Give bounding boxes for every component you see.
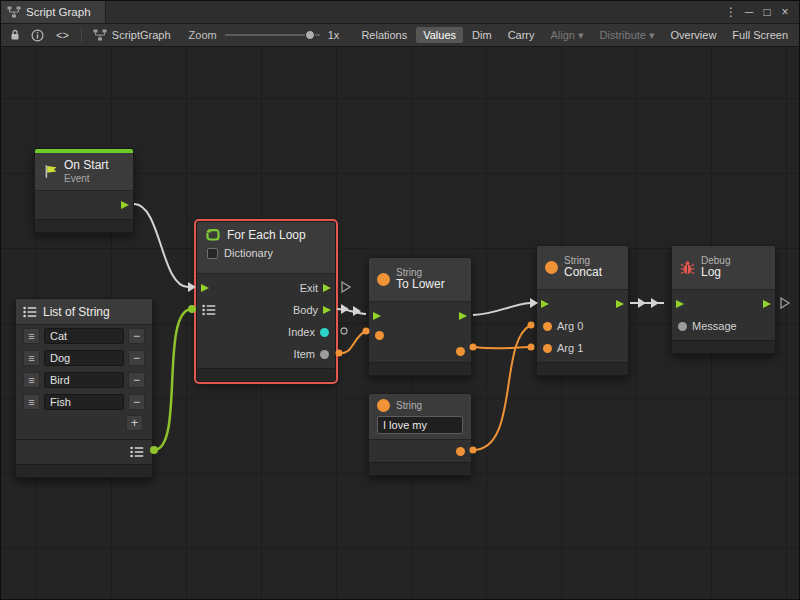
string-icon: [377, 273, 390, 286]
string-input-port[interactable]: [375, 331, 384, 340]
align-label: Align: [551, 29, 575, 41]
collection-input-port[interactable]: [202, 304, 216, 316]
overview-button[interactable]: Overview: [664, 27, 724, 43]
zoom-slider-handle[interactable]: [305, 30, 315, 40]
tab-script-graph[interactable]: Script Graph: [1, 1, 106, 23]
flow-output-port[interactable]: [121, 201, 129, 209]
wire-item-tolower: [337, 331, 366, 353]
arg0-input-port[interactable]: [543, 322, 552, 331]
node-category: String: [396, 400, 422, 411]
port-area: Arg 0 Arg 1: [537, 290, 628, 362]
node-header: String Concat: [537, 246, 628, 290]
node-list-of-string[interactable]: List of String ≡ Cat − ≡ Dog − ≡ Bird − …: [15, 298, 153, 478]
flow-input-port[interactable]: [373, 312, 381, 320]
arg1-input-port[interactable]: [543, 344, 552, 353]
fullscreen-label: Full Screen: [732, 29, 788, 41]
graph-icon: [93, 29, 107, 41]
list-item-field[interactable]: Bird: [44, 372, 124, 388]
node-footer: [16, 464, 152, 477]
zoom-slider[interactable]: [225, 28, 320, 42]
index-unconnected-circle: [341, 328, 347, 334]
list-item-row: ≡ Cat −: [16, 325, 152, 347]
drag-handle-icon[interactable]: ≡: [23, 372, 40, 388]
fullscreen-button[interactable]: Full Screen: [725, 27, 795, 43]
log-out-unconnected-arrow: [781, 298, 789, 308]
node-header: On Start Event: [35, 153, 133, 191]
flow-output-port[interactable]: [459, 312, 467, 320]
tab-title: Script Graph: [26, 6, 91, 18]
remove-item-button[interactable]: −: [128, 372, 145, 388]
index-output-port[interactable]: [320, 328, 329, 337]
node-on-start[interactable]: On Start Event: [34, 148, 134, 233]
node-footer: [537, 362, 628, 375]
node-footer: [672, 340, 775, 353]
lock-icon[interactable]: [5, 26, 25, 44]
node-for-each-loop[interactable]: For Each Loop Dictionary Exit Body: [196, 221, 336, 382]
add-item-button[interactable]: +: [126, 415, 143, 431]
node-header: String: [369, 394, 471, 440]
index-port-label: Index: [288, 326, 315, 338]
minimize-button[interactable]: ─: [740, 2, 758, 22]
close-button[interactable]: ×: [776, 2, 794, 22]
distribute-label: Distribute: [600, 29, 646, 41]
relations-button[interactable]: Relations: [354, 27, 414, 43]
list-item-field[interactable]: Cat: [44, 328, 124, 344]
flow-output-port[interactable]: [616, 300, 624, 308]
align-button[interactable]: Align▾: [544, 27, 591, 44]
node-string-literal[interactable]: String: [368, 393, 472, 476]
message-input-port[interactable]: [678, 322, 687, 331]
remove-item-button[interactable]: −: [128, 394, 145, 410]
carry-button[interactable]: Carry: [501, 27, 542, 43]
string-literal-input[interactable]: [377, 416, 463, 434]
node-title: List of String: [43, 305, 110, 319]
drag-handle-icon[interactable]: ≡: [23, 328, 40, 344]
arg0-port-label: Arg 0: [557, 320, 583, 332]
values-button[interactable]: Values: [416, 27, 463, 43]
window-menu-icon[interactable]: ⋮: [722, 2, 740, 22]
dictionary-checkbox[interactable]: [207, 248, 218, 259]
remove-item-button[interactable]: −: [128, 328, 145, 344]
distribute-button[interactable]: Distribute▾: [593, 27, 662, 44]
overview-label: Overview: [671, 29, 717, 41]
list-item-field[interactable]: Fish: [44, 394, 124, 410]
node-string-to-lower[interactable]: String To Lower: [368, 257, 472, 376]
node-header: String To Lower: [369, 258, 471, 302]
body-output-port[interactable]: [323, 306, 331, 314]
node-debug-log[interactable]: Debug Log Message: [671, 245, 776, 354]
list-add-row: +: [16, 413, 152, 433]
drag-handle-icon[interactable]: ≡: [23, 350, 40, 366]
drag-handle-icon[interactable]: ≡: [23, 394, 40, 410]
flow-input-port[interactable]: [676, 300, 684, 308]
list-output-port[interactable]: [130, 446, 144, 458]
string-output-port[interactable]: [456, 347, 465, 356]
graph-canvas[interactable]: On Start Event For Each Loop: [1, 47, 799, 599]
list-item-field[interactable]: Dog: [44, 350, 124, 366]
wire-arrowhead: [353, 306, 361, 316]
node-header: List of String: [16, 299, 152, 325]
edit-source-button[interactable]: <>: [49, 27, 76, 43]
flow-input-port[interactable]: [201, 284, 209, 292]
flag-icon: [43, 164, 58, 179]
node-header: Debug Log: [672, 246, 775, 290]
node-title: For Each Loop: [227, 228, 306, 242]
wire-body-tolower: [337, 309, 366, 314]
node-footer: [35, 219, 133, 232]
wire-list-foreach: [154, 309, 192, 450]
arg1-port-label: Arg 1: [557, 342, 583, 354]
flow-output-port[interactable]: [763, 300, 771, 308]
info-icon[interactable]: [27, 26, 47, 44]
exit-output-port[interactable]: [323, 284, 331, 292]
item-output-port[interactable]: [320, 350, 329, 359]
flow-input-port[interactable]: [541, 300, 549, 308]
list-item-row: ≡ Bird −: [16, 369, 152, 391]
bug-icon: [680, 260, 695, 275]
node-footer: [369, 362, 471, 375]
maximize-button[interactable]: □: [758, 2, 776, 22]
node-string-concat[interactable]: String Concat Arg 0 Arg 1: [536, 245, 629, 376]
window-controls: ⋮ ─ □ ×: [722, 1, 799, 23]
graph-reference[interactable]: ScriptGraph: [87, 29, 177, 41]
port-area: Exit Body Index Item: [197, 274, 335, 368]
dim-button[interactable]: Dim: [465, 27, 499, 43]
string-output-port[interactable]: [456, 447, 465, 456]
remove-item-button[interactable]: −: [128, 350, 145, 366]
